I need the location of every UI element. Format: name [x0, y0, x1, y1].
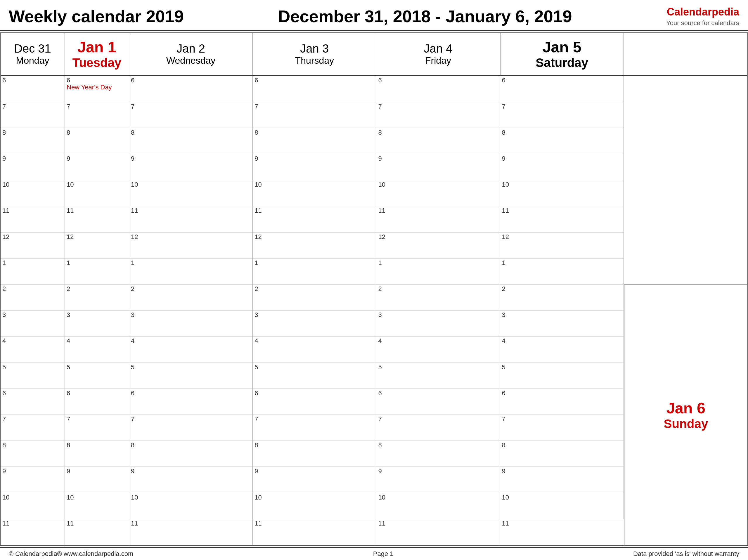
time-cell-jan1-row9[interactable]: 3 [65, 310, 129, 336]
time-cell-dec31-row0[interactable]: 6 [1, 76, 65, 102]
time-cell-jan4-row4[interactable]: 10 [376, 180, 500, 206]
time-cell-jan3-row5[interactable]: 11 [253, 206, 376, 232]
time-cell-jan2-row12[interactable]: 6 [129, 389, 253, 415]
time-cell-jan2-row2[interactable]: 8 [129, 128, 253, 154]
time-cell-dec31-row4[interactable]: 10 [1, 180, 65, 206]
time-cell-jan2-row15[interactable]: 9 [129, 467, 253, 493]
time-cell-jan1-row17[interactable]: 11 [65, 519, 129, 545]
time-cell-jan4-row0[interactable]: 6 [376, 76, 500, 102]
time-cell-jan3-row11[interactable]: 5 [253, 363, 376, 389]
time-cell-jan4-row11[interactable]: 5 [376, 363, 500, 389]
time-cell-jan5-row11[interactable]: 5 [500, 363, 624, 389]
time-cell-dec31-row5[interactable]: 11 [1, 206, 65, 232]
time-cell-jan4-row17[interactable]: 11 [376, 519, 500, 545]
time-cell-jan4-row5[interactable]: 11 [376, 206, 500, 232]
time-cell-jan4-row6[interactable]: 12 [376, 233, 500, 259]
time-cell-jan1-row1[interactable]: 7 [65, 102, 129, 128]
time-cell-jan5-row2[interactable]: 8 [500, 128, 624, 154]
time-cell-jan6-row8[interactable]: Jan 6Sunday [624, 284, 747, 545]
time-cell-jan5-row0[interactable]: 6 [500, 76, 624, 102]
time-cell-jan3-row15[interactable]: 9 [253, 467, 376, 493]
time-cell-jan4-row16[interactable]: 10 [376, 493, 500, 519]
time-cell-jan1-row2[interactable]: 8 [65, 128, 129, 154]
time-cell-dec31-row6[interactable]: 12 [1, 233, 65, 259]
time-cell-jan1-row7[interactable]: 1 [65, 259, 129, 284]
time-cell-jan3-row6[interactable]: 12 [253, 233, 376, 259]
time-cell-dec31-row9[interactable]: 3 [1, 310, 65, 336]
time-cell-jan3-row13[interactable]: 7 [253, 415, 376, 441]
time-cell-jan4-row3[interactable]: 9 [376, 154, 500, 180]
time-cell-jan2-row1[interactable]: 7 [129, 102, 253, 128]
time-cell-dec31-row10[interactable]: 4 [1, 336, 65, 363]
time-cell-jan2-row13[interactable]: 7 [129, 415, 253, 441]
time-cell-jan4-row9[interactable]: 3 [376, 310, 500, 336]
time-cell-dec31-row16[interactable]: 10 [1, 493, 65, 519]
time-cell-jan2-row7[interactable]: 1 [129, 259, 253, 284]
time-cell-dec31-row1[interactable]: 7 [1, 102, 65, 128]
time-cell-jan2-row17[interactable]: 11 [129, 519, 253, 545]
time-cell-jan5-row10[interactable]: 4 [500, 336, 624, 363]
time-cell-jan1-row14[interactable]: 8 [65, 441, 129, 467]
time-cell-jan5-row6[interactable]: 12 [500, 233, 624, 259]
time-cell-jan5-row16[interactable]: 10 [500, 493, 624, 519]
time-cell-jan5-row1[interactable]: 7 [500, 102, 624, 128]
time-cell-dec31-row13[interactable]: 7 [1, 415, 65, 441]
time-cell-jan5-row4[interactable]: 10 [500, 180, 624, 206]
time-cell-dec31-row12[interactable]: 6 [1, 389, 65, 415]
time-cell-dec31-row14[interactable]: 8 [1, 441, 65, 467]
time-cell-jan3-row0[interactable]: 6 [253, 76, 376, 102]
time-cell-dec31-row3[interactable]: 9 [1, 154, 65, 180]
time-cell-jan2-row10[interactable]: 4 [129, 336, 253, 363]
time-cell-dec31-row8[interactable]: 2 [1, 284, 65, 310]
time-cell-jan2-row4[interactable]: 10 [129, 180, 253, 206]
time-cell-jan1-row4[interactable]: 10 [65, 180, 129, 206]
time-cell-jan1-row11[interactable]: 5 [65, 363, 129, 389]
time-cell-jan5-row7[interactable]: 1 [500, 259, 624, 284]
time-cell-jan3-row4[interactable]: 10 [253, 180, 376, 206]
time-cell-jan4-row2[interactable]: 8 [376, 128, 500, 154]
time-cell-jan1-row13[interactable]: 7 [65, 415, 129, 441]
time-cell-jan1-row10[interactable]: 4 [65, 336, 129, 363]
time-cell-jan3-row14[interactable]: 8 [253, 441, 376, 467]
time-cell-jan1-row6[interactable]: 12 [65, 233, 129, 259]
time-cell-jan5-row5[interactable]: 11 [500, 206, 624, 232]
time-cell-jan2-row14[interactable]: 8 [129, 441, 253, 467]
time-cell-jan2-row8[interactable]: 2 [129, 284, 253, 310]
time-cell-jan3-row16[interactable]: 10 [253, 493, 376, 519]
time-cell-jan1-row16[interactable]: 10 [65, 493, 129, 519]
time-cell-jan5-row14[interactable]: 8 [500, 441, 624, 467]
time-cell-jan3-row2[interactable]: 8 [253, 128, 376, 154]
time-cell-jan3-row7[interactable]: 1 [253, 259, 376, 284]
time-cell-jan4-row15[interactable]: 9 [376, 467, 500, 493]
time-cell-jan3-row9[interactable]: 3 [253, 310, 376, 336]
time-cell-jan5-row3[interactable]: 9 [500, 154, 624, 180]
time-cell-jan1-row12[interactable]: 6 [65, 389, 129, 415]
time-cell-jan2-row6[interactable]: 12 [129, 233, 253, 259]
time-cell-jan4-row1[interactable]: 7 [376, 102, 500, 128]
time-cell-jan1-row5[interactable]: 11 [65, 206, 129, 232]
time-cell-jan4-row8[interactable]: 2 [376, 284, 500, 310]
time-cell-dec31-row7[interactable]: 1 [1, 259, 65, 284]
time-cell-dec31-row15[interactable]: 9 [1, 467, 65, 493]
time-cell-jan2-row3[interactable]: 9 [129, 154, 253, 180]
time-cell-jan3-row17[interactable]: 11 [253, 519, 376, 545]
time-cell-jan3-row1[interactable]: 7 [253, 102, 376, 128]
time-cell-jan2-row9[interactable]: 3 [129, 310, 253, 336]
time-cell-jan4-row7[interactable]: 1 [376, 259, 500, 284]
time-cell-jan5-row9[interactable]: 3 [500, 310, 624, 336]
time-cell-jan5-row8[interactable]: 2 [500, 284, 624, 310]
time-cell-jan2-row16[interactable]: 10 [129, 493, 253, 519]
time-cell-dec31-row17[interactable]: 11 [1, 519, 65, 545]
time-cell-jan4-row13[interactable]: 7 [376, 415, 500, 441]
time-cell-jan3-row10[interactable]: 4 [253, 336, 376, 363]
time-cell-dec31-row11[interactable]: 5 [1, 363, 65, 389]
time-cell-jan5-row17[interactable]: 11 [500, 519, 624, 545]
time-cell-jan1-row8[interactable]: 2 [65, 284, 129, 310]
time-cell-jan4-row10[interactable]: 4 [376, 336, 500, 363]
time-cell-jan1-row15[interactable]: 9 [65, 467, 129, 493]
time-cell-jan1-row0[interactable]: 6New Year's Day [65, 76, 129, 102]
time-cell-jan2-row11[interactable]: 5 [129, 363, 253, 389]
time-cell-jan3-row3[interactable]: 9 [253, 154, 376, 180]
time-cell-jan5-row15[interactable]: 9 [500, 467, 624, 493]
time-cell-jan1-row3[interactable]: 9 [65, 154, 129, 180]
